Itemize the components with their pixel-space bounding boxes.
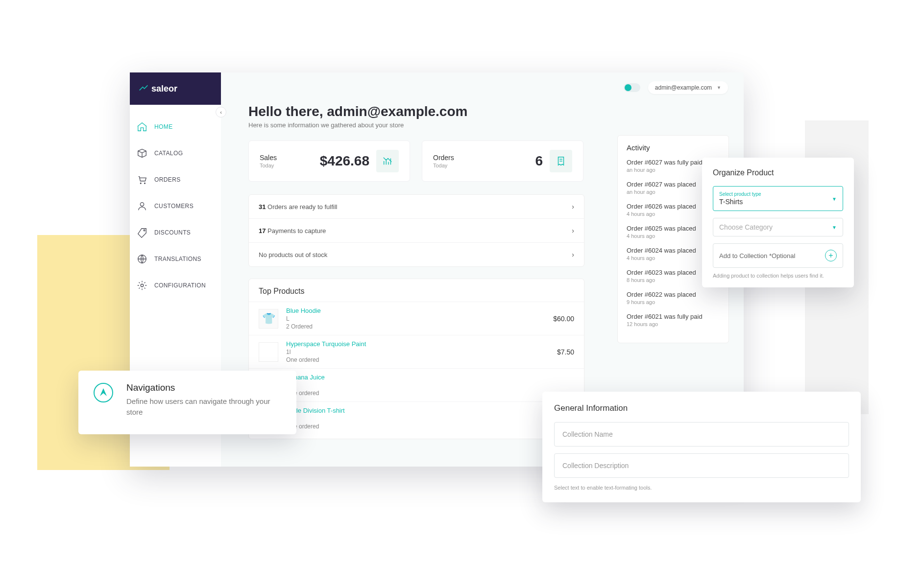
brand-bar: saleor (130, 72, 221, 105)
card-title: Organize Product (713, 168, 843, 177)
saleor-logo-icon (139, 85, 148, 93)
cart-icon (137, 174, 147, 185)
stat-label: Sales (260, 154, 277, 162)
caret-down-icon: ▼ (832, 196, 837, 201)
stat-label: Orders (433, 154, 454, 162)
status-row-stock[interactable]: No products out of stock › (249, 243, 584, 266)
sidebar-item-discounts[interactable]: DISCOUNTS (130, 219, 221, 246)
product-price: $7.50 (557, 348, 574, 356)
product-ordered: 2 Ordered (286, 323, 321, 330)
sidebar-item-configuration[interactable]: CONFIGURATION (130, 272, 221, 299)
product-ordered: One ordered (286, 356, 366, 363)
select-value: T-Shirts (719, 198, 837, 206)
stat-value: 6 (535, 153, 543, 169)
theme-toggle[interactable] (624, 83, 640, 92)
svg-point-0 (140, 203, 144, 206)
svg-point-1 (144, 230, 145, 231)
nav-list: HOME CATALOG ORDERS CUSTOMERS DISCOUNTS … (130, 105, 221, 299)
receipt-icon (550, 150, 572, 172)
sidebar-item-label: ORDERS (154, 176, 181, 183)
stat-card-sales[interactable]: Sales Today $426.68 (248, 141, 410, 182)
compass-icon (93, 382, 114, 403)
product-variant: 1l (286, 349, 366, 355)
sidebar-item-label: CONFIGURATION (154, 282, 206, 289)
card-title: Navigations (126, 382, 282, 393)
caret-down-icon: ▼ (832, 225, 837, 230)
product-variant: L (286, 315, 321, 322)
status-row-fulfill[interactable]: 31 Orders are ready to fulfill › (249, 195, 584, 219)
chevron-right-icon: › (572, 227, 574, 235)
navigations-promo-card[interactable]: Navigations Define how users can navigat… (78, 371, 296, 434)
activity-text: Order #6021 was fully paid (627, 313, 720, 320)
sidebar-item-customers[interactable]: CUSTOMERS (130, 193, 221, 219)
status-count: 31 (259, 203, 266, 211)
stat-card-orders[interactable]: Orders Today 6 (422, 141, 583, 182)
sidebar-item-label: TRANSLATIONS (154, 256, 201, 262)
status-count: 17 (259, 227, 266, 235)
topbar: admin@example.com ▼ (624, 81, 728, 94)
sidebar-item-orders[interactable]: ORDERS (130, 166, 221, 193)
globe-icon (137, 254, 147, 264)
sidebar-item-label: CUSTOMERS (154, 203, 194, 210)
category-select[interactable]: Choose Category ▼ (713, 218, 843, 236)
user-email: admin@example.com (655, 84, 712, 91)
box-icon (137, 148, 147, 159)
product-thumb: 👕 (259, 309, 278, 329)
home-icon (137, 121, 147, 132)
brand-name: saleor (151, 84, 177, 94)
page-subtitle: Here is some information we gathered abo… (248, 121, 726, 129)
sidebar-item-translations[interactable]: TRANSLATIONS (130, 246, 221, 272)
sidebar-item-label: CATALOG (154, 150, 183, 157)
stat-value: $426.68 (320, 153, 369, 169)
sidebar-item-label: HOME (154, 123, 173, 130)
field-label: Add to Collection *Optional (719, 252, 795, 259)
status-text: No products out of stock (259, 251, 327, 259)
product-row[interactable]: Hyperspace Turquoise Paint 1l One ordere… (249, 335, 584, 368)
tag-icon (137, 227, 147, 238)
activity-item: Order #6022 was placed9 hours ago (627, 291, 720, 305)
stat-sublabel: Today (260, 163, 277, 168)
add-button[interactable]: + (825, 250, 837, 261)
add-collection-field[interactable]: Add to Collection *Optional + (713, 243, 843, 268)
status-row-payments[interactable]: 17 Payments to capture › (249, 219, 584, 243)
brand-logo: saleor (139, 84, 177, 94)
select-label: Select product type (719, 191, 837, 197)
sidebar-item-label: DISCOUNTS (154, 229, 191, 236)
sidebar-item-home[interactable]: HOME (130, 114, 221, 140)
chevron-right-icon: › (572, 251, 574, 259)
top-products-card: Top Products 👕 Blue Hoodie L 2 Ordered $… (248, 279, 584, 439)
activity-time: 12 hours ago (627, 321, 720, 327)
collection-description-input[interactable]: Collection Description (554, 453, 849, 478)
chevron-right-icon: › (572, 203, 574, 211)
card-title: General Information (554, 403, 849, 413)
caret-down-icon: ▼ (717, 85, 721, 90)
product-row[interactable]: 👕 Code Division T-shirt M One ordered (249, 401, 584, 435)
organize-product-card: Organize Product Select product type T-S… (702, 158, 854, 287)
section-title: Top Products (249, 279, 584, 302)
status-text: Orders are ready to fulfill (266, 203, 337, 211)
status-text: Payments to capture (266, 227, 326, 235)
product-name: Hyperspace Turquoise Paint (286, 340, 366, 348)
activity-item: Order #6021 was fully paid12 hours ago (627, 313, 720, 327)
product-thumb (259, 342, 278, 362)
section-title: Activity (627, 143, 720, 152)
user-icon (137, 201, 147, 212)
product-row[interactable]: Banana Juice 2l One ordered (249, 368, 584, 401)
collection-name-input[interactable]: Collection Name (554, 422, 849, 447)
card-description: Define how users can navigate through yo… (126, 396, 282, 418)
product-row[interactable]: 👕 Blue Hoodie L 2 Ordered $60.00 (249, 302, 584, 335)
chart-icon (376, 150, 399, 172)
product-type-select[interactable]: Select product type T-Shirts ▼ (713, 186, 843, 211)
svg-point-3 (141, 284, 144, 287)
product-name: Blue Hoodie (286, 307, 321, 314)
general-information-card: General Information Collection Name Coll… (542, 392, 861, 502)
activity-text: Order #6022 was placed (627, 291, 720, 298)
sidebar-item-catalog[interactable]: CATALOG (130, 140, 221, 166)
user-menu[interactable]: admin@example.com ▼ (648, 81, 728, 94)
status-list: 31 Orders are ready to fulfill › 17 Paym… (248, 194, 584, 267)
page-title: Hello there, admin@example.com (248, 104, 726, 119)
select-placeholder: Choose Category (719, 223, 837, 231)
product-price: $60.00 (553, 315, 574, 323)
help-text: Select text to enable text-formating too… (554, 485, 849, 491)
help-text: Adding product to collection helps users… (713, 273, 843, 279)
